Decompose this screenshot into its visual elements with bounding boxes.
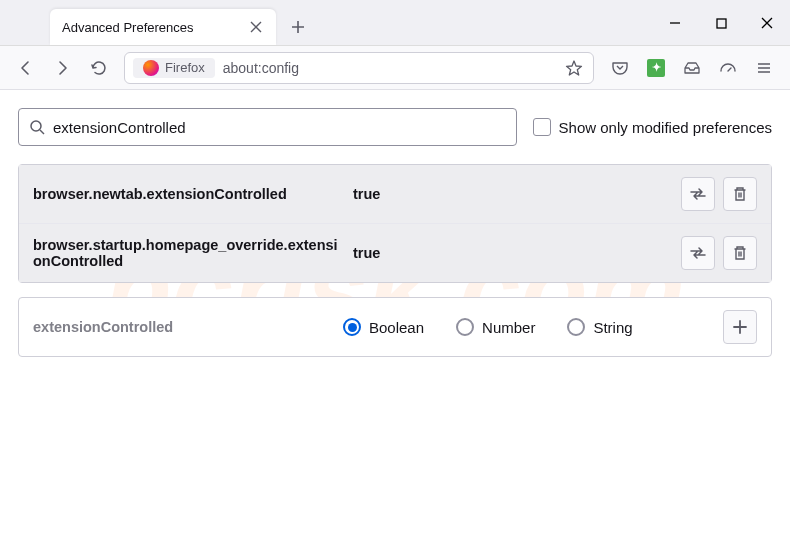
- delete-button[interactable]: [723, 177, 757, 211]
- add-pref-name: extensionControlled: [33, 319, 333, 335]
- show-modified-toggle[interactable]: Show only modified preferences: [533, 118, 772, 136]
- bookmark-star-icon[interactable]: [565, 59, 585, 77]
- minimize-button[interactable]: [652, 0, 698, 46]
- pref-row: browser.newtab.extensionControlled true: [19, 165, 771, 224]
- pref-name: browser.startup.homepage_override.extens…: [33, 237, 343, 269]
- search-row: Show only modified preferences: [18, 108, 772, 146]
- search-icon: [29, 119, 45, 135]
- reload-button[interactable]: [82, 52, 114, 84]
- pref-value: true: [353, 245, 671, 261]
- identity-box[interactable]: Firefox: [133, 58, 215, 78]
- radio-boolean[interactable]: Boolean: [343, 318, 424, 336]
- search-input[interactable]: [53, 119, 506, 136]
- menu-button[interactable]: [748, 52, 780, 84]
- radio-label: String: [593, 319, 632, 336]
- delete-button[interactable]: [723, 236, 757, 270]
- url-bar[interactable]: Firefox about:config: [124, 52, 594, 84]
- extension-icon[interactable]: ✦: [640, 52, 672, 84]
- radio-number[interactable]: Number: [456, 318, 535, 336]
- radio-icon: [456, 318, 474, 336]
- search-box[interactable]: [18, 108, 517, 146]
- checkbox-label: Show only modified preferences: [559, 119, 772, 136]
- svg-rect-0: [717, 19, 726, 28]
- radio-label: Number: [482, 319, 535, 336]
- pref-row: browser.startup.homepage_override.extens…: [19, 224, 771, 282]
- radio-icon: [567, 318, 585, 336]
- type-radio-group: Boolean Number String: [343, 318, 713, 336]
- pref-value: true: [353, 186, 671, 202]
- pref-name: browser.newtab.extensionControlled: [33, 186, 343, 202]
- prefs-table: browser.newtab.extensionControlled true …: [18, 164, 772, 283]
- dashboard-icon[interactable]: [712, 52, 744, 84]
- svg-point-1: [31, 121, 41, 131]
- firefox-logo-icon: [143, 60, 159, 76]
- navbar: Firefox about:config ✦: [0, 46, 790, 90]
- tab-title: Advanced Preferences: [62, 20, 248, 35]
- inbox-icon[interactable]: [676, 52, 708, 84]
- new-tab-button[interactable]: [284, 13, 312, 41]
- radio-icon: [343, 318, 361, 336]
- pref-actions: [681, 177, 757, 211]
- back-button[interactable]: [10, 52, 42, 84]
- identity-label: Firefox: [165, 60, 205, 75]
- add-pref-row: extensionControlled Boolean Number Strin…: [18, 297, 772, 357]
- content-area: Show only modified preferences browser.n…: [0, 90, 790, 375]
- close-window-button[interactable]: [744, 0, 790, 46]
- add-button[interactable]: [723, 310, 757, 344]
- close-tab-icon[interactable]: [248, 19, 264, 35]
- window-controls: [652, 0, 790, 46]
- url-text: about:config: [223, 60, 557, 76]
- browser-tab[interactable]: Advanced Preferences: [50, 9, 276, 45]
- forward-button[interactable]: [46, 52, 78, 84]
- window-titlebar: Advanced Preferences: [0, 0, 790, 46]
- pocket-icon[interactable]: [604, 52, 636, 84]
- maximize-button[interactable]: [698, 0, 744, 46]
- checkbox-icon[interactable]: [533, 118, 551, 136]
- toggle-button[interactable]: [681, 177, 715, 211]
- toggle-button[interactable]: [681, 236, 715, 270]
- radio-string[interactable]: String: [567, 318, 632, 336]
- radio-label: Boolean: [369, 319, 424, 336]
- pref-actions: [681, 236, 757, 270]
